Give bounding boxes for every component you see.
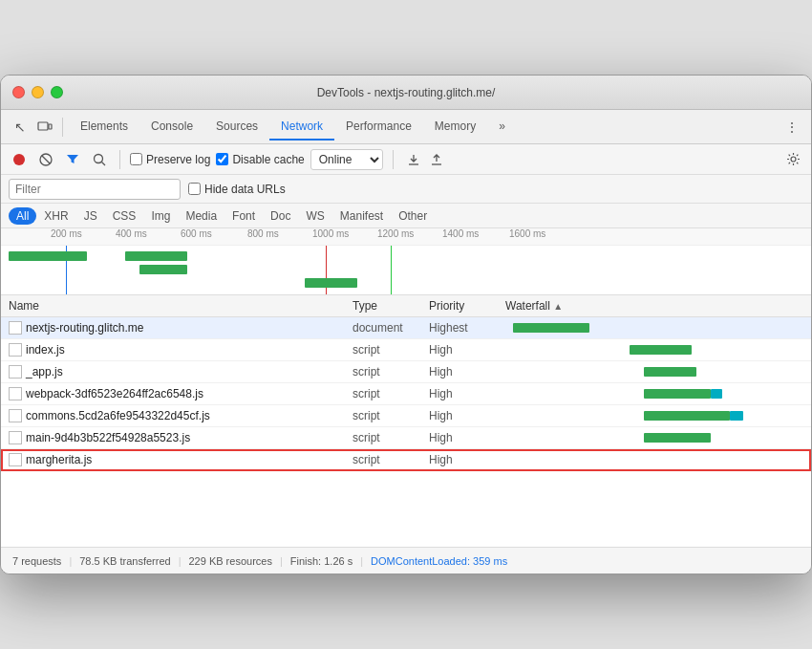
waterfall-bar-2: [505, 342, 803, 357]
svg-point-5: [95, 154, 103, 162]
import-har-button[interactable]: [403, 149, 424, 170]
filter-input[interactable]: [9, 179, 181, 200]
devtools-main-toolbar: ↖ Elements Console Sources Network Perfo…: [1, 110, 811, 144]
type-filter-all[interactable]: All: [9, 207, 36, 225]
devtools-window: DevTools - nextjs-routing.glitch.me/ ↖ E…: [0, 75, 812, 574]
throttle-select[interactable]: Online Fast 3G Slow 3G Offline: [310, 149, 383, 170]
close-button[interactable]: [12, 86, 25, 98]
tab-sources[interactable]: Sources: [204, 114, 269, 141]
device-icon[interactable]: [33, 116, 56, 139]
ruler-200ms: 200 ms: [51, 228, 82, 239]
table-row[interactable]: webpack-3df6523e264ff2ac6548.js script H…: [1, 383, 811, 405]
timeline-area: 200 ms 400 ms 600 ms 800 ms 1000 ms 1200…: [1, 228, 811, 295]
file-icon: [9, 453, 22, 466]
table-row[interactable]: commons.5cd2a6fe9543322d45cf.js script H…: [1, 405, 811, 427]
export-har-button[interactable]: [426, 149, 447, 170]
type-filter-img[interactable]: Img: [143, 207, 178, 225]
table-row[interactable]: index.js script High: [1, 339, 811, 361]
timeline-bar-2: [125, 251, 187, 261]
record-button[interactable]: [9, 149, 30, 170]
table-row[interactable]: _app.js script High: [1, 361, 811, 383]
waterfall-bar-6: [505, 430, 803, 445]
ruler-800ms: 800 ms: [247, 228, 279, 239]
col-name[interactable]: Name: [9, 299, 353, 313]
settings-icon[interactable]: [782, 149, 803, 170]
table-row[interactable]: nextjs-routing.glitch.me document Highes…: [1, 317, 811, 339]
timeline-bar-3: [139, 265, 187, 274]
col-waterfall[interactable]: Waterfall ▲: [505, 299, 784, 313]
minimize-button[interactable]: [32, 86, 44, 98]
ruler-400ms: 400 ms: [116, 228, 147, 239]
tab-network[interactable]: Network: [269, 114, 334, 141]
filter-icon[interactable]: [62, 149, 83, 170]
svg-point-9: [791, 157, 796, 162]
file-icon: [9, 321, 22, 335]
network-toolbar: Preserve log Disable cache Online Fast 3…: [1, 144, 811, 175]
table-row[interactable]: main-9d4b3b522f54928a5523.js script High: [1, 427, 811, 449]
clear-button[interactable]: [35, 149, 56, 170]
waterfall-bar-5: [505, 408, 803, 423]
requests-count: 7 requests: [12, 555, 61, 567]
hide-data-urls-checkbox[interactable]: [188, 183, 201, 195]
more-options-icon[interactable]: ⋮: [780, 116, 803, 139]
finish-time: Finish: 1.26 s: [290, 555, 353, 567]
tab-performance[interactable]: Performance: [334, 114, 423, 141]
type-filter-bar: All XHR JS CSS Img Media Font Doc WS Man…: [1, 204, 811, 228]
waterfall-bar-7: [505, 452, 803, 467]
type-filter-other[interactable]: Other: [391, 207, 435, 225]
sort-arrow-icon: ▲: [553, 301, 563, 312]
timeline-vline-green: [391, 246, 392, 295]
maximize-button[interactable]: [51, 86, 63, 98]
disable-cache-label[interactable]: Disable cache: [216, 153, 304, 166]
transferred-size: 78.5 KB transferred: [79, 555, 170, 567]
type-filter-font[interactable]: Font: [224, 207, 263, 225]
preserve-log-label[interactable]: Preserve log: [130, 153, 210, 166]
status-bar: 7 requests | 78.5 KB transferred | 229 K…: [1, 547, 811, 573]
timeline-bar-1: [9, 251, 87, 261]
type-filter-css[interactable]: CSS: [105, 207, 144, 225]
type-filter-js[interactable]: JS: [76, 207, 105, 225]
toolbar-separator-3: [393, 150, 394, 169]
resources-size: 229 KB resources: [188, 555, 271, 567]
type-filter-manifest[interactable]: Manifest: [332, 207, 391, 225]
tab-more[interactable]: »: [487, 114, 517, 141]
svg-line-4: [42, 156, 50, 163]
dom-content-loaded: DOMContentLoaded: 359 ms: [371, 555, 507, 567]
ruler-1200ms: 1200 ms: [377, 228, 414, 239]
file-icon: [9, 409, 22, 422]
type-filter-ws[interactable]: WS: [298, 207, 331, 225]
svg-rect-1: [49, 124, 52, 129]
title-bar: DevTools - nextjs-routing.glitch.me/: [1, 76, 811, 110]
hide-data-urls-label[interactable]: Hide data URLs: [188, 183, 286, 196]
ruler-1600ms: 1600 ms: [509, 228, 545, 239]
main-tab-bar: Elements Console Sources Network Perform…: [69, 114, 517, 141]
waterfall-bar-1: [505, 320, 803, 335]
preserve-log-checkbox[interactable]: [130, 153, 142, 165]
filter-bar: Hide data URLs: [1, 175, 811, 204]
type-filter-xhr[interactable]: XHR: [36, 207, 75, 225]
svg-rect-0: [38, 122, 48, 130]
file-icon: [9, 343, 22, 357]
timeline-bar-4: [305, 278, 357, 288]
tab-console[interactable]: Console: [139, 114, 204, 141]
col-type[interactable]: Type: [353, 299, 429, 313]
ruler-600ms: 600 ms: [181, 228, 212, 239]
ruler-1000ms: 1000 ms: [312, 228, 349, 239]
toolbar-separator-2: [119, 150, 120, 169]
search-icon[interactable]: [89, 149, 110, 170]
toolbar-separator-1: [62, 118, 63, 137]
col-priority[interactable]: Priority: [429, 299, 505, 313]
type-filter-media[interactable]: Media: [178, 207, 224, 225]
table-row[interactable]: margherita.js script High: [1, 449, 811, 471]
row-name-1: nextjs-routing.glitch.me: [9, 321, 353, 335]
disable-cache-checkbox[interactable]: [216, 153, 228, 165]
svg-point-2: [13, 154, 25, 165]
throttle-group: Online Fast 3G Slow 3G Offline: [310, 149, 383, 170]
type-filter-doc[interactable]: Doc: [263, 207, 298, 225]
cursor-icon[interactable]: ↖: [9, 116, 32, 139]
tab-memory[interactable]: Memory: [423, 114, 487, 141]
file-icon: [9, 431, 22, 444]
traffic-lights: [12, 86, 63, 98]
tab-elements[interactable]: Elements: [69, 114, 139, 141]
waterfall-bar-3: [505, 364, 803, 379]
